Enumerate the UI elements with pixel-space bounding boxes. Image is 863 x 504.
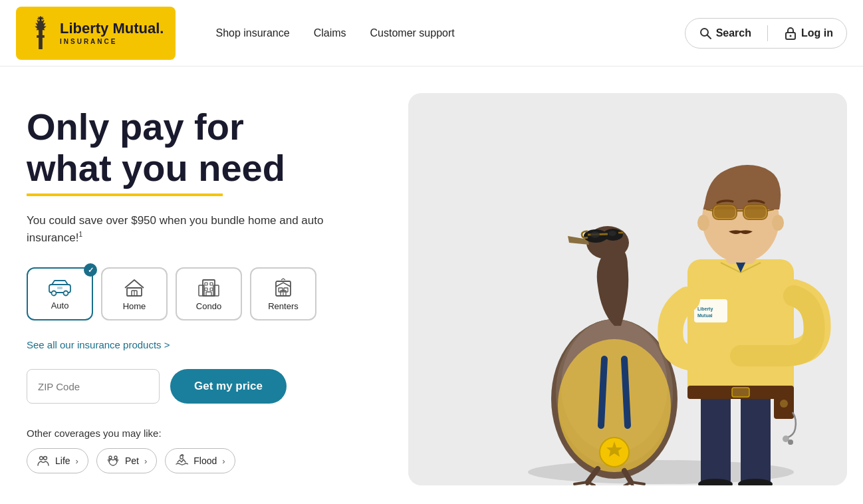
flood-icon [175,454,188,467]
svg-rect-56 [732,388,749,397]
hero-image: Liberty Mutual [408,93,847,485]
get-price-button[interactable]: Get my price [170,369,287,404]
navbar: Liberty Mutual. INSURANCE Shop insurance… [0,0,863,66]
logo-statue-icon [28,16,53,51]
life-icon [37,454,50,467]
tab-home[interactable]: Home [101,267,168,320]
svg-point-25 [44,457,47,460]
logo-text: Liberty Mutual. INSURANCE [60,21,164,45]
login-button[interactable]: Log in [784,26,833,41]
svg-point-73 [697,215,709,231]
svg-rect-30 [180,455,183,459]
life-pill-label: Life [55,455,70,466]
hero-title-underline [27,193,223,196]
insurance-tabs: Auto Home [27,267,406,320]
flood-pill-arrow: › [222,456,225,466]
hero-section: Only pay for what you need You could sav… [0,66,863,504]
nav-links: Shop insurance Claims Customer support [215,27,684,39]
pet-pill-label: Pet [125,455,139,466]
svg-point-74 [772,215,784,231]
svg-line-37 [601,359,604,426]
pet-icon [106,454,120,467]
nav-shop-insurance[interactable]: Shop insurance [215,27,289,39]
svg-rect-54 [687,259,794,399]
svg-point-44 [608,231,616,236]
coverage-pills: Life › Pet › [27,448,406,473]
lock-icon [784,26,797,41]
hero-illustration: Liberty Mutual [408,93,847,485]
svg-rect-17 [210,288,213,291]
nav-customer-support[interactable]: Customer support [370,27,455,39]
svg-rect-51 [741,392,771,485]
svg-point-24 [40,457,43,460]
pet-pill-arrow: › [144,456,147,466]
svg-line-38 [624,359,628,426]
search-icon [699,27,712,40]
auto-icon [48,278,72,297]
zip-code-input[interactable] [27,369,160,404]
tab-auto-label: Auto [51,301,69,311]
coverage-pill-life[interactable]: Life › [27,448,88,473]
hero-subtitle: You could save over $950 when you bundle… [27,212,346,246]
svg-rect-50 [701,392,731,485]
nav-claims[interactable]: Claims [314,27,346,39]
svg-rect-15 [210,283,213,285]
svg-point-43 [590,231,600,238]
svg-point-3 [790,35,792,37]
tab-auto[interactable]: Auto [27,267,93,320]
tab-condo[interactable]: Condo [176,267,242,320]
svg-point-6 [64,291,68,295]
see-all-products-link[interactable]: See all our insurance products > [27,339,170,350]
coverage-pill-flood[interactable]: Flood › [165,448,235,473]
svg-rect-7 [57,287,62,289]
condo-icon [197,277,220,297]
svg-point-27 [114,456,117,459]
zip-cta-row: Get my price [27,369,406,404]
home-icon [123,277,146,297]
tab-renters[interactable]: Renters [250,267,316,320]
tab-home-label: Home [123,301,146,311]
renters-icon [272,277,295,297]
svg-rect-14 [205,283,207,285]
coverage-pill-pet[interactable]: Pet › [96,448,157,473]
logo-main-text: Liberty Mutual. [60,21,164,37]
other-coverages-label: Other coverages you may like: [27,428,406,439]
tab-condo-label: Condo [196,301,221,311]
logo-sub-text: INSURANCE [60,38,164,45]
svg-rect-72 [745,206,766,218]
search-label: Search [716,27,751,39]
tab-renters-label: Renters [268,301,299,311]
svg-point-26 [109,456,112,459]
hero-content: Only pay for what you need You could sav… [27,93,406,473]
flood-pill-label: Flood [193,455,217,466]
nav-actions[interactable]: Search Log in [685,18,847,49]
svg-point-5 [52,291,57,295]
life-pill-arrow: › [76,456,78,466]
hero-title: Only pay for what you need [27,106,406,188]
svg-line-1 [707,35,711,39]
svg-point-58 [780,400,788,408]
svg-point-60 [788,440,793,445]
svg-rect-71 [714,206,735,218]
login-label: Log in [801,27,833,39]
nav-divider [767,25,768,41]
hero-image-wrap: Liberty Mutual [406,93,847,485]
svg-text:Mutual: Mutual [697,313,713,318]
svg-rect-16 [205,288,207,291]
svg-text:Liberty: Liberty [697,307,713,312]
auto-check-badge [84,263,97,277]
logo[interactable]: Liberty Mutual. INSURANCE [16,7,176,60]
search-button[interactable]: Search [699,27,751,40]
